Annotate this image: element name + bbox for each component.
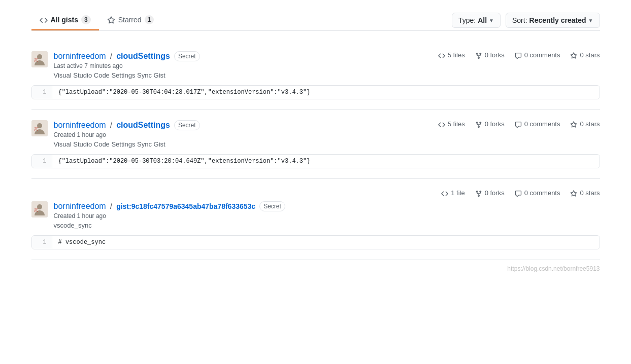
line-number: 1 — [32, 155, 52, 168]
secret-badge: Secret — [174, 120, 200, 130]
gist-header: 武 borninfreedom / cloudSettings Secret C… — [31, 120, 600, 148]
comment-icon — [515, 51, 522, 59]
gist-description: vscode_sync — [54, 222, 285, 229]
comments-stat: 0 comments — [515, 120, 560, 128]
gist-separator: / — [110, 202, 112, 211]
fork-icon — [475, 51, 482, 59]
watermark: https://blog.csdn.net/bornfree5913 — [31, 265, 600, 272]
gist-description: Visual Studio Code Settings Sync Gist — [54, 140, 200, 148]
line-code: # vscode_sync — [52, 236, 112, 249]
forks-stat: 0 forks — [475, 51, 505, 59]
gist-separator: / — [110, 121, 112, 130]
files-stat: 1 file — [441, 189, 464, 197]
fork-icon — [475, 120, 482, 128]
avatar: 武 — [31, 120, 48, 136]
comment-icon — [515, 189, 522, 197]
gist-name[interactable]: cloudSettings — [116, 52, 170, 61]
starred-count: 1 — [145, 15, 154, 24]
stars-stat: 0 stars — [570, 120, 600, 128]
gist-item: 武 borninfreedom / cloudSettings Secret C… — [31, 110, 600, 179]
gist-timestamp: Created 1 hour ago — [54, 131, 200, 138]
sort-caret-icon: ▼ — [588, 18, 593, 23]
gist-separator: / — [110, 52, 112, 61]
gist-info: borninfreedom / cloudSettings Secret Cre… — [54, 120, 200, 148]
starred-label: Starred — [118, 16, 142, 24]
gist-header: 武 borninfreedom / cloudSettings Secret L… — [31, 51, 600, 79]
files-icon — [438, 51, 445, 59]
fork-icon — [475, 189, 482, 197]
tabs-right: Type: All ▼ Sort: Recently created ▼ — [452, 13, 600, 28]
star-icon — [570, 51, 577, 59]
gist-meta: 武 borninfreedom / cloudSettings Secret L… — [31, 51, 200, 79]
gist-description: Visual Studio Code Settings Sync Gist — [54, 71, 200, 79]
gist-stats: 5 files 0 forks 0 comments 0 stars — [438, 120, 600, 128]
gist-timestamp: Created 1 hour ago — [54, 212, 285, 220]
code-line: 1 {"lastUpload":"2020-05-30T03:20:04.649… — [32, 155, 600, 168]
gist-stats: 1 file 0 forks 0 comments 0 stars — [441, 189, 600, 197]
sort-value: Recently created — [529, 16, 586, 24]
gist-author[interactable]: borninfreedom — [54, 52, 106, 61]
gist-meta: 武 borninfreedom / gist:9c18fc47579a6345a… — [31, 201, 600, 229]
line-code: {"lastUpload":"2020-05-30T04:04:28.017Z"… — [52, 86, 317, 99]
gist-meta: 武 borninfreedom / cloudSettings Secret C… — [31, 120, 200, 148]
code-preview: 1 {"lastUpload":"2020-05-30T04:04:28.017… — [31, 85, 600, 99]
gist-name[interactable]: gist:9c18fc47579a6345ab47ba78f633653c — [116, 202, 255, 210]
gist-title-row: borninfreedom / cloudSettings Secret — [54, 51, 200, 61]
svg-text:武: 武 — [34, 127, 38, 131]
files-stat: 5 files — [438, 51, 465, 59]
line-code: {"lastUpload":"2020-05-30T03:20:04.649Z"… — [52, 155, 317, 168]
code-preview: 1 {"lastUpload":"2020-05-30T03:20:04.649… — [31, 154, 600, 168]
tab-starred[interactable]: Starred 1 — [99, 10, 162, 30]
comments-stat: 0 comments — [515, 189, 560, 197]
type-caret-icon: ▼ — [489, 18, 494, 23]
gist-list: 武 borninfreedom / cloudSettings Secret L… — [31, 41, 600, 260]
type-dropdown[interactable]: Type: All ▼ — [452, 13, 501, 28]
avatar: 武 — [31, 51, 48, 67]
gist-item: 1 file 0 forks 0 comments 0 stars — [31, 179, 600, 260]
star-outline-icon — [107, 15, 115, 24]
files-stat: 5 files — [438, 120, 465, 128]
stars-stat: 0 stars — [570, 51, 600, 59]
gist-title-row: borninfreedom / gist:9c18fc47579a6345ab4… — [54, 201, 285, 211]
forks-stat: 0 forks — [475, 189, 505, 197]
gist-author[interactable]: borninfreedom — [54, 121, 106, 130]
forks-stat: 0 forks — [475, 120, 505, 128]
files-icon — [438, 120, 445, 128]
gist-timestamp: Last active 7 minutes ago — [54, 62, 200, 69]
stars-stat: 0 stars — [570, 189, 600, 197]
all-gists-label: All gists — [51, 16, 78, 24]
secret-badge: Secret — [259, 201, 285, 211]
svg-text:武: 武 — [34, 208, 38, 212]
type-label: Type: — [458, 16, 476, 24]
gist-item: 武 borninfreedom / cloudSettings Secret L… — [31, 41, 600, 110]
star-icon — [570, 189, 577, 197]
code-icon — [40, 15, 48, 24]
code-preview: 1 # vscode_sync — [31, 235, 600, 249]
gist-author[interactable]: borninfreedom — [54, 202, 106, 211]
tabs-bar: All gists 3 Starred 1 Type: All ▼ — [31, 10, 600, 31]
star-icon — [570, 120, 577, 128]
gist-info: borninfreedom / gist:9c18fc47579a6345ab4… — [54, 201, 285, 229]
all-gists-count: 3 — [81, 15, 91, 24]
secret-badge: Secret — [174, 51, 200, 61]
tab-all-gists[interactable]: All gists 3 — [31, 10, 99, 30]
avatar: 武 — [31, 201, 48, 217]
svg-text:武: 武 — [34, 58, 38, 62]
code-line: 1 {"lastUpload":"2020-05-30T04:04:28.017… — [32, 86, 600, 99]
gist-title-row: borninfreedom / cloudSettings Secret — [54, 120, 200, 130]
sort-dropdown[interactable]: Sort: Recently created ▼ — [506, 13, 600, 28]
stats-top-row: 1 file 0 forks 0 comments 0 stars — [31, 189, 600, 197]
tabs-left: All gists 3 Starred 1 — [31, 10, 162, 30]
code-line: 1 # vscode_sync — [32, 236, 600, 249]
gist-stats: 5 files 0 forks 0 comments 0 stars — [438, 51, 600, 59]
comment-icon — [515, 120, 522, 128]
gist-info: borninfreedom / cloudSettings Secret Las… — [54, 51, 200, 79]
gist-name[interactable]: cloudSettings — [116, 121, 170, 130]
sort-label: Sort: — [512, 16, 527, 24]
line-number: 1 — [32, 86, 52, 99]
line-number: 1 — [32, 236, 52, 249]
type-value: All — [478, 16, 487, 24]
comments-stat: 0 comments — [515, 51, 560, 59]
files-icon — [441, 189, 448, 197]
